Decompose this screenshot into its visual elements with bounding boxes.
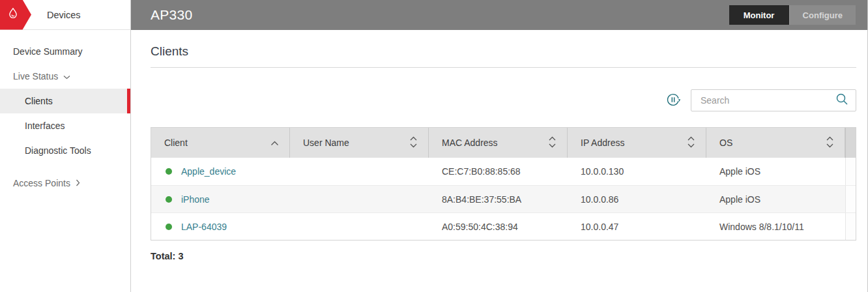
sidebar-item-interfaces[interactable]: Interfaces — [0, 113, 130, 138]
user-name-cell — [290, 158, 429, 185]
ip-address-cell: 10.0.0.86 — [568, 186, 706, 212]
sort-asc-icon — [270, 138, 279, 148]
os-cell: Apple iOS — [706, 158, 845, 185]
ip-address-cell: 10.0.0.47 — [568, 213, 706, 240]
mac-address-cell: 8A:B4:BE:37:55:BA — [429, 186, 568, 212]
status-online-icon — [166, 168, 172, 175]
client-cell: Apple_device — [151, 158, 290, 185]
sort-both-icon — [826, 136, 834, 150]
nav-spacer — [0, 163, 130, 171]
total-count: Total: 3 — [151, 251, 856, 261]
column-label: MAC Address — [442, 138, 498, 148]
page-title: AP330 — [151, 7, 193, 23]
table-row: Apple_device CE:C7:B0:88:85:68 10.0.0.13… — [151, 158, 856, 185]
sidebar-nav: Device Summary Live Status Clients Inter… — [0, 30, 130, 196]
sidebar-item-live-status[interactable]: Live Status — [0, 64, 130, 89]
flame-icon — [6, 7, 20, 23]
scrollbar-gutter — [845, 213, 856, 240]
sort-both-icon — [548, 136, 557, 150]
sidebar-item-clients[interactable]: Clients — [0, 89, 130, 113]
sidebar-item-access-points[interactable]: Access Points — [0, 171, 130, 196]
sort-both-icon — [687, 136, 695, 150]
table-row: iPhone 8A:B4:BE:37:55:BA 10.0.0.86 Apple… — [151, 185, 856, 212]
search-input[interactable] — [701, 95, 835, 106]
column-label: OS — [719, 138, 732, 148]
sidebar-item-label: Clients — [25, 96, 53, 106]
column-header-mac-address[interactable]: MAC Address — [429, 128, 568, 158]
search-box — [691, 89, 856, 111]
chevron-down-icon — [63, 71, 70, 81]
brand-logo[interactable] — [0, 0, 31, 30]
user-name-cell — [290, 186, 429, 212]
mode-switcher: Monitor Configure — [729, 5, 856, 25]
column-header-client[interactable]: Client — [151, 128, 290, 158]
os-cell: Apple iOS — [706, 186, 845, 212]
column-header-os[interactable]: OS — [706, 128, 845, 158]
status-online-icon — [166, 196, 172, 203]
column-header-ip-address[interactable]: IP Address — [568, 128, 706, 158]
scrollbar-gutter — [845, 186, 856, 212]
search-icon[interactable] — [835, 92, 849, 109]
status-online-icon — [166, 224, 172, 230]
clients-table: Client User Name MAC Address — [151, 127, 856, 241]
pause-refresh-button[interactable] — [665, 91, 682, 110]
client-link[interactable]: LAP-64039 — [181, 222, 227, 232]
mac-address-cell: A0:59:50:4C:38:94 — [429, 213, 568, 240]
monitor-button[interactable]: Monitor — [729, 5, 789, 25]
sidebar: Devices Device Summary Live Status Clien… — [0, 0, 131, 292]
sort-both-icon — [409, 136, 418, 150]
table-row: LAP-64039 A0:59:50:4C:38:94 10.0.0.47 Wi… — [151, 212, 856, 240]
section-heading: Clients — [151, 44, 856, 68]
sidebar-item-device-summary[interactable]: Device Summary — [0, 39, 130, 64]
content: Clients — [131, 30, 867, 292]
column-label: Client — [164, 138, 188, 148]
column-header-user-name[interactable]: User Name — [290, 128, 429, 158]
user-name-cell — [290, 213, 429, 240]
client-link[interactable]: Apple_device — [181, 166, 236, 177]
topbar: AP330 Monitor Configure — [131, 0, 867, 30]
table-toolbar — [151, 89, 856, 111]
configure-button[interactable]: Configure — [789, 5, 856, 25]
sidebar-item-label: Diagnostic Tools — [25, 145, 91, 156]
table-header-row: Client User Name MAC Address — [151, 128, 856, 158]
chevron-right-icon — [76, 178, 80, 188]
column-label: User Name — [303, 138, 349, 148]
scrollbar-gutter — [845, 128, 856, 158]
sidebar-item-diagnostic-tools[interactable]: Diagnostic Tools — [0, 138, 130, 163]
pause-refresh-icon — [665, 91, 682, 110]
brand-label: Devices — [47, 10, 81, 20]
sidebar-item-label: Interfaces — [25, 121, 65, 131]
client-cell: iPhone — [151, 186, 290, 212]
sidebar-item-label: Access Points — [13, 178, 70, 188]
client-cell: LAP-64039 — [151, 213, 290, 240]
sidebar-header: Devices — [0, 0, 130, 30]
sidebar-item-label: Device Summary — [13, 46, 83, 57]
scrollbar-gutter — [845, 158, 856, 185]
column-label: IP Address — [581, 138, 624, 148]
sidebar-item-label: Live Status — [13, 71, 58, 81]
client-link[interactable]: iPhone — [181, 194, 210, 205]
os-cell: Windows 8/8.1/10/11 — [706, 213, 845, 240]
main-area: AP330 Monitor Configure Clients — [131, 0, 867, 292]
mac-address-cell: CE:C7:B0:88:85:68 — [429, 158, 568, 185]
ip-address-cell: 10.0.0.130 — [568, 158, 706, 185]
